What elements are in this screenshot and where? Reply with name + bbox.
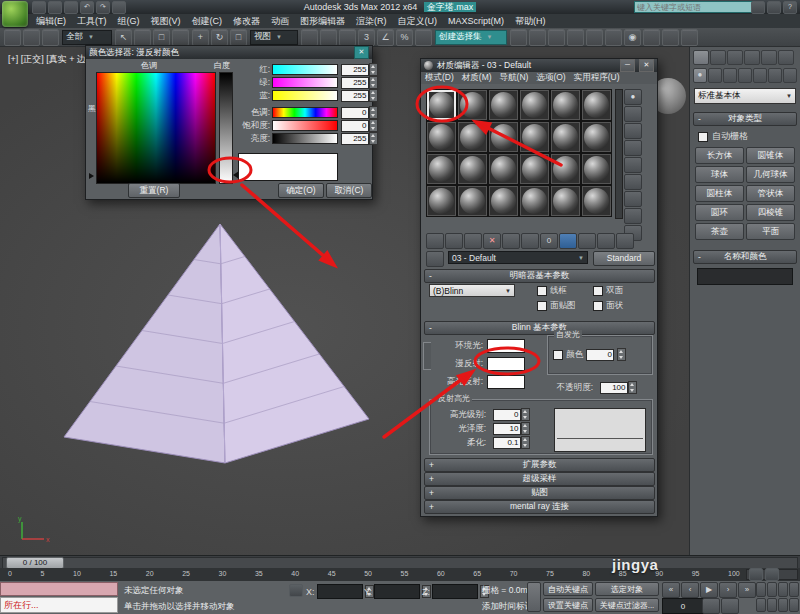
current-frame-field[interactable] bbox=[662, 598, 704, 614]
material-sample-slot-19[interactable] bbox=[426, 185, 457, 217]
material-editor-title-bar[interactable]: 材质编辑器 - 03 - Default ─ ✕ bbox=[421, 59, 657, 72]
help-icon[interactable]: ? bbox=[783, 1, 797, 14]
minimize-icon[interactable]: ─ bbox=[620, 59, 635, 72]
x-coordinate-field[interactable] bbox=[317, 584, 363, 599]
material-sample-slot-9[interactable] bbox=[488, 121, 519, 153]
material-editor-icon[interactable]: ◉ bbox=[624, 29, 641, 46]
rendered-frame-icon[interactable] bbox=[662, 29, 679, 46]
material-sample-slot-14[interactable] bbox=[457, 153, 488, 185]
shader-basic-params-rollout[interactable]: - 明暗器基本参数 bbox=[424, 269, 655, 283]
color-selector-title-bar[interactable]: 颜色选择器: 漫反射颜色 ✕ bbox=[86, 46, 372, 59]
background-icon[interactable] bbox=[624, 123, 642, 139]
snap-toggle-icon[interactable]: 3 bbox=[358, 29, 375, 46]
menu-create[interactable]: 创建(C) bbox=[192, 15, 223, 28]
material-sample-slot-7[interactable] bbox=[426, 121, 457, 153]
faceted-checkbox[interactable] bbox=[593, 301, 603, 311]
project-folder-icon[interactable] bbox=[112, 1, 126, 14]
ambient-color-swatch[interactable] bbox=[487, 339, 525, 353]
material-options-icon[interactable] bbox=[624, 191, 642, 207]
display-tab-icon[interactable] bbox=[761, 50, 777, 65]
face-map-checkbox[interactable] bbox=[537, 301, 547, 311]
opacity-spinner[interactable] bbox=[628, 381, 637, 394]
show-key-times-icon[interactable] bbox=[765, 568, 779, 581]
blue-spinner[interactable] bbox=[369, 89, 378, 102]
angle-snap-icon[interactable]: ∠ bbox=[377, 29, 394, 46]
hue-slider[interactable] bbox=[272, 107, 338, 118]
menu-rendering[interactable]: 渲染(R) bbox=[356, 15, 387, 28]
rectangular-selection-icon[interactable]: □ bbox=[153, 29, 170, 46]
go-to-end-icon[interactable]: » bbox=[738, 582, 756, 598]
align-icon[interactable] bbox=[529, 29, 546, 46]
select-and-rotate-icon[interactable]: ↻ bbox=[211, 29, 228, 46]
next-frame-icon[interactable]: › bbox=[719, 582, 737, 598]
play-icon[interactable]: ▶ bbox=[700, 582, 718, 598]
set-keys-button[interactable] bbox=[527, 582, 541, 612]
primitive-category-dropdown[interactable]: 标准基本体 ▼ bbox=[694, 88, 796, 104]
material-sample-slot-21[interactable] bbox=[488, 185, 519, 217]
material-sample-slot-13[interactable] bbox=[426, 153, 457, 185]
specular-color-swatch[interactable] bbox=[487, 375, 525, 389]
pick-material-eyedropper-icon[interactable] bbox=[426, 251, 444, 267]
material-sample-slot-11[interactable] bbox=[550, 121, 581, 153]
specular-level-spinner[interactable] bbox=[521, 408, 530, 421]
reset-map-icon[interactable]: ✕ bbox=[483, 233, 501, 249]
red-value[interactable]: 255 bbox=[341, 64, 369, 76]
schematic-view-icon[interactable] bbox=[605, 29, 622, 46]
self-illum-spinner[interactable] bbox=[617, 348, 626, 361]
go-forward-icon[interactable] bbox=[616, 233, 634, 249]
geometry-category-icon[interactable]: ● bbox=[693, 68, 707, 83]
select-and-link-icon[interactable] bbox=[4, 29, 21, 46]
key-filters-button[interactable]: 关键点过滤器... bbox=[595, 598, 659, 612]
reference-coordinate-dropdown[interactable]: 视图 ▼ bbox=[250, 30, 298, 45]
memenu-options[interactable]: 选项(O) bbox=[536, 72, 565, 84]
sample-slot-scrollbar[interactable] bbox=[615, 89, 623, 219]
field-of-view-icon[interactable] bbox=[789, 598, 799, 613]
z-coordinate-field[interactable] bbox=[432, 584, 478, 599]
self-illum-value[interactable]: 0 bbox=[586, 349, 614, 361]
auto-key-button[interactable]: 自动关键点 bbox=[543, 582, 593, 596]
material-sample-slot-16[interactable] bbox=[519, 153, 550, 185]
close-icon[interactable]: ✕ bbox=[354, 46, 369, 59]
orbit-icon[interactable] bbox=[767, 598, 777, 613]
menu-help[interactable]: 帮助(H) bbox=[515, 15, 546, 28]
menu-customize[interactable]: 自定义(U) bbox=[398, 15, 438, 28]
previous-frame-icon[interactable]: ‹ bbox=[681, 582, 699, 598]
hue-spinner[interactable] bbox=[369, 106, 378, 119]
material-type-button[interactable]: Standard bbox=[593, 251, 655, 266]
material-sample-slot-22[interactable] bbox=[519, 185, 550, 217]
specular-level-value[interactable]: 0 bbox=[493, 409, 521, 421]
new-scene-icon[interactable] bbox=[32, 1, 46, 14]
zoom-all-icon[interactable] bbox=[767, 582, 777, 597]
red-spinner[interactable] bbox=[369, 63, 378, 76]
blue-value[interactable]: 255 bbox=[341, 90, 369, 102]
glossiness-spinner[interactable] bbox=[521, 422, 530, 435]
material-sample-slot-6[interactable] bbox=[581, 89, 612, 121]
utilities-tab-icon[interactable] bbox=[778, 50, 794, 65]
diffuse-color-swatch[interactable] bbox=[487, 357, 525, 371]
put-to-library-icon[interactable] bbox=[521, 233, 539, 249]
make-unique-icon[interactable] bbox=[502, 233, 520, 249]
material-sample-slot-23[interactable] bbox=[550, 185, 581, 217]
render-setup-icon[interactable] bbox=[643, 29, 660, 46]
macro-recorder-field[interactable] bbox=[0, 582, 118, 596]
menu-edit[interactable]: 编辑(E) bbox=[36, 15, 66, 28]
object-type-rollout[interactable]: - 对象类型 bbox=[693, 112, 797, 126]
green-slider[interactable] bbox=[272, 77, 338, 88]
red-slider[interactable] bbox=[272, 64, 338, 75]
cylinder-button[interactable]: 圆柱体 bbox=[695, 185, 744, 202]
close-icon[interactable]: ✕ bbox=[639, 59, 654, 72]
supersampling-rollout[interactable]: + 超级采样 bbox=[424, 472, 655, 486]
key-mode-toggle-icon[interactable] bbox=[702, 598, 720, 614]
reset-button[interactable]: 重置(R) bbox=[128, 183, 180, 198]
selected-objects-dropdown[interactable]: 选定对象 bbox=[595, 582, 659, 596]
assign-to-selection-icon[interactable] bbox=[464, 233, 482, 249]
glossiness-value[interactable]: 10 bbox=[493, 423, 521, 435]
undo-icon[interactable]: ↶ bbox=[80, 1, 94, 14]
selection-filter-dropdown[interactable]: 全部 ▼ bbox=[62, 30, 112, 45]
material-sample-slot-2[interactable] bbox=[457, 89, 488, 121]
material-sample-slot-4[interactable] bbox=[519, 89, 550, 121]
motion-tab-icon[interactable] bbox=[744, 50, 760, 65]
set-key-button[interactable]: 设置关键点 bbox=[543, 598, 593, 612]
material-sample-slot-10[interactable] bbox=[519, 121, 550, 153]
hierarchy-tab-icon[interactable] bbox=[727, 50, 743, 65]
